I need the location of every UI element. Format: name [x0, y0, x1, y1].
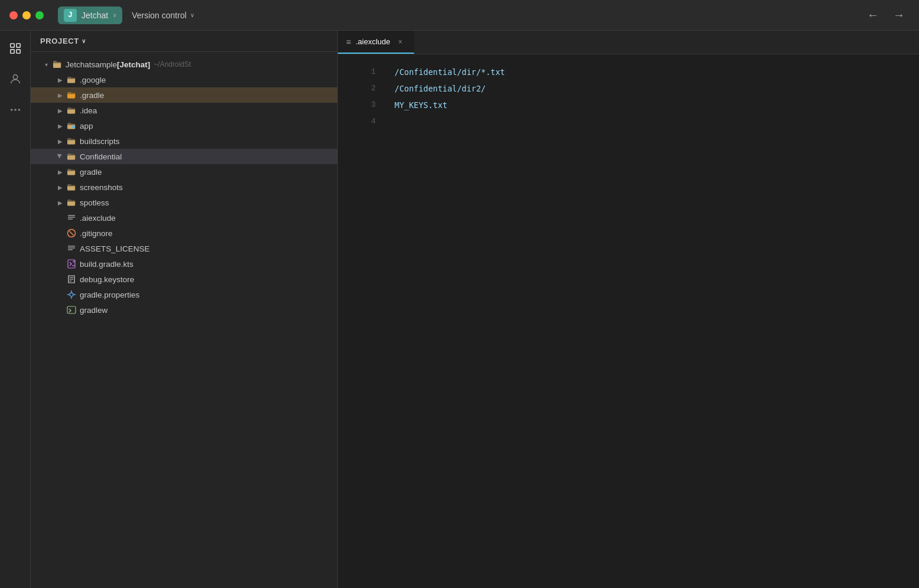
tab-filename: .aiexclude — [356, 37, 390, 46]
google-label: .google — [80, 76, 106, 84]
svg-point-5 — [10, 109, 12, 111]
google-folder-icon — [66, 74, 77, 85]
screenshots-folder-icon — [66, 182, 77, 192]
title-bar: J Jetchat ∨ Version control ∨ ← → — [0, 0, 919, 31]
gradle-label: gradle — [80, 168, 102, 177]
tab-close-button[interactable]: × — [395, 37, 406, 47]
spotless-folder-icon — [66, 197, 77, 208]
root-label: Jetchatsample — [66, 60, 117, 69]
idea-arrow-icon: ▶ — [54, 104, 66, 116]
tab-aiexclude[interactable]: ≡ .aiexclude × — [338, 31, 414, 54]
gradle-hidden-folder-icon — [66, 90, 77, 100]
build-gradle-kts-label: build.gradle.kts — [80, 260, 133, 269]
gradlew-file-icon — [66, 305, 77, 315]
svg-rect-3 — [16, 50, 19, 53]
confidential-folder-icon — [66, 151, 77, 162]
traffic-lights — [9, 11, 44, 19]
tree-item-assets-license[interactable]: ▶ ASSETS_LICENSE — [31, 241, 337, 256]
spotless-label: spotless — [80, 198, 109, 207]
activity-icon-project[interactable] — [5, 38, 26, 59]
gitignore-label: .gitignore — [80, 229, 113, 238]
tree-item-screenshots[interactable]: ▶ screenshots — [31, 179, 337, 195]
buildscripts-label: buildscripts — [80, 137, 120, 146]
gradle-folder-icon — [66, 166, 77, 177]
tree-item-build-gradle-kts[interactable]: ▶ build.gradle.kts — [31, 256, 337, 272]
svg-rect-2 — [10, 50, 14, 53]
tree-item-spotless[interactable]: ▶ spotless — [31, 195, 337, 210]
svg-point-6 — [14, 109, 17, 111]
app-arrow-icon: ▶ — [54, 120, 66, 132]
tree-item-gitignore[interactable]: ▶ .gitignore — [31, 226, 337, 241]
tree-item-confidential[interactable]: ▶ Confidential — [31, 149, 337, 164]
spotless-arrow-icon: ▶ — [54, 197, 66, 208]
tree-item-aiexclude[interactable]: ▶ .aiexclude — [31, 210, 337, 226]
svg-rect-0 — [10, 44, 14, 47]
gradlew-label: gradlew — [80, 306, 107, 315]
tree-item-gradle-properties[interactable]: ▶ gradle.properties — [31, 287, 337, 302]
assets-license-file-icon — [66, 243, 77, 254]
editor-area: ≡ .aiexclude × 1 2 3 4 /Confidential/dir… — [338, 31, 919, 588]
line-number-1: 1 — [347, 64, 376, 80]
gradle-properties-label: gradle.properties — [80, 290, 139, 299]
app-folder-icon — [66, 120, 77, 131]
project-icon: J — [64, 9, 77, 22]
tab-bar: ≡ .aiexclude × — [338, 31, 919, 54]
tree-item-gradlew[interactable]: ▶ gradlew — [31, 302, 337, 318]
sidebar: Project ∨ ▾ Jetchatsample [Jetchat] ~/An… — [31, 31, 338, 588]
tree-item-root[interactable]: ▾ Jetchatsample [Jetchat] ~/AndroidSt — [31, 57, 337, 72]
aiexclude-file-icon — [66, 213, 77, 223]
traffic-light-red[interactable] — [9, 11, 18, 19]
line-number-3: 3 — [347, 97, 376, 113]
version-control-label: Version control — [132, 11, 187, 20]
root-arrow-icon: ▾ — [40, 58, 52, 70]
tree-item-buildscripts[interactable]: ▶ buildscripts — [31, 133, 337, 149]
confidential-arrow-icon: ▶ — [54, 151, 66, 162]
svg-rect-1 — [16, 44, 19, 47]
project-name: Jetchat — [82, 11, 108, 20]
screenshots-arrow-icon: ▶ — [54, 181, 66, 193]
debug-keystore-label: debug.keystore — [80, 275, 134, 284]
activity-icon-profile[interactable] — [5, 68, 26, 90]
file-tree[interactable]: ▾ Jetchatsample [Jetchat] ~/AndroidSt ▶ — [31, 52, 337, 588]
debug-keystore-file-icon — [66, 274, 77, 285]
project-selector[interactable]: J Jetchat ∨ — [58, 6, 122, 24]
code-line-1: /Confidential/dir/*.txt — [395, 64, 910, 80]
tree-item-debug-keystore[interactable]: ▶ debug.keystore — [31, 272, 337, 287]
gradle-properties-file-icon — [66, 289, 77, 300]
sidebar-header: Project ∨ — [31, 31, 337, 52]
editor-content[interactable]: 1 2 3 4 /Confidential/dir/*.txt /Confide… — [338, 54, 919, 588]
project-chevron-icon: ∨ — [113, 12, 116, 19]
root-bold-label: [Jetchat] — [117, 60, 150, 69]
confidential-label: Confidential — [80, 152, 122, 161]
idea-folder-icon — [66, 105, 77, 116]
gradle-arrow-icon: ▶ — [54, 166, 66, 178]
line-numbers: 1 2 3 4 — [338, 64, 385, 579]
tree-item-google[interactable]: ▶ .google — [31, 72, 337, 87]
build-gradle-kts-file-icon — [66, 259, 77, 269]
sidebar-title: Project — [40, 37, 79, 45]
code-lines[interactable]: /Confidential/dir/*.txt /Confidential/di… — [385, 64, 919, 579]
buildscripts-arrow-icon: ▶ — [54, 135, 66, 147]
aiexclude-label: .aiexclude — [80, 214, 116, 223]
svg-point-23 — [70, 293, 73, 296]
screenshots-label: screenshots — [80, 183, 123, 192]
code-line-4 — [395, 113, 910, 130]
tree-item-app[interactable]: ▶ app — [31, 118, 337, 133]
traffic-light-green[interactable] — [35, 11, 44, 19]
buildscripts-folder-icon — [66, 136, 77, 146]
tree-item-gradle[interactable]: ▶ gradle — [31, 164, 337, 179]
activity-icon-more[interactable] — [5, 99, 26, 120]
version-control-selector[interactable]: Version control ∨ — [132, 11, 194, 20]
traffic-light-yellow[interactable] — [22, 11, 31, 19]
nav-forward-button[interactable]: → — [888, 6, 910, 24]
nav-back-button[interactable]: ← — [862, 6, 884, 24]
line-number-4: 4 — [347, 113, 376, 130]
root-path: ~/AndroidSt — [154, 60, 191, 68]
svg-line-13 — [70, 231, 74, 236]
nav-buttons: ← → — [862, 6, 910, 24]
idea-label: .idea — [80, 106, 97, 115]
svg-point-19 — [73, 260, 75, 263]
code-line-2: /Confidential/dir2/ — [395, 80, 910, 97]
tree-item-gradle-hidden[interactable]: ▶ .gradle — [31, 87, 337, 103]
tree-item-idea[interactable]: ▶ .idea — [31, 103, 337, 118]
